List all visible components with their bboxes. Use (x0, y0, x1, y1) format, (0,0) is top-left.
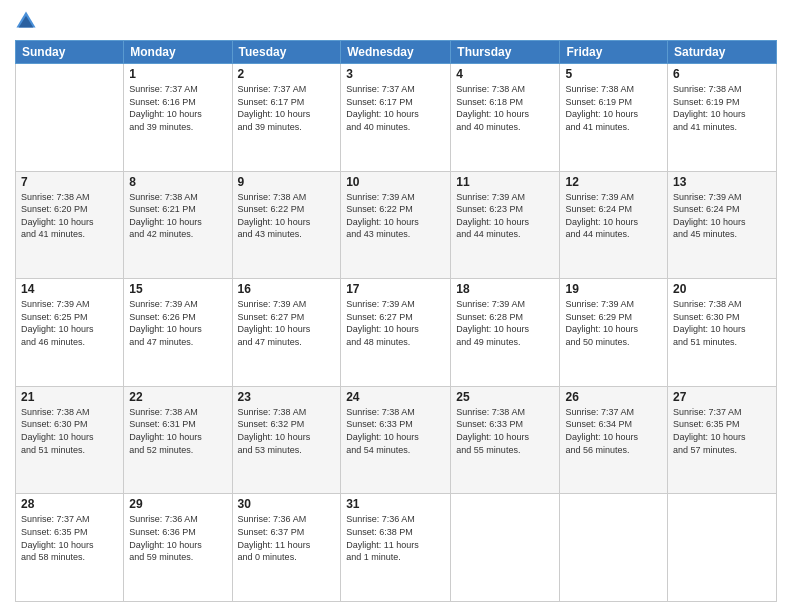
day-info: Sunrise: 7:38 AM Sunset: 6:30 PM Dayligh… (673, 298, 771, 348)
day-number: 7 (21, 175, 118, 189)
col-tuesday: Tuesday (232, 41, 341, 64)
calendar-cell: 28Sunrise: 7:37 AM Sunset: 6:35 PM Dayli… (16, 494, 124, 602)
calendar-cell: 20Sunrise: 7:38 AM Sunset: 6:30 PM Dayli… (668, 279, 777, 387)
header (15, 10, 777, 32)
day-info: Sunrise: 7:39 AM Sunset: 6:25 PM Dayligh… (21, 298, 118, 348)
calendar-cell: 16Sunrise: 7:39 AM Sunset: 6:27 PM Dayli… (232, 279, 341, 387)
col-friday: Friday (560, 41, 668, 64)
day-info: Sunrise: 7:39 AM Sunset: 6:24 PM Dayligh… (565, 191, 662, 241)
day-number: 27 (673, 390, 771, 404)
calendar-week-row: 28Sunrise: 7:37 AM Sunset: 6:35 PM Dayli… (16, 494, 777, 602)
day-number: 1 (129, 67, 226, 81)
calendar-cell: 14Sunrise: 7:39 AM Sunset: 6:25 PM Dayli… (16, 279, 124, 387)
calendar-cell: 23Sunrise: 7:38 AM Sunset: 6:32 PM Dayli… (232, 386, 341, 494)
day-number: 17 (346, 282, 445, 296)
calendar-cell: 22Sunrise: 7:38 AM Sunset: 6:31 PM Dayli… (124, 386, 232, 494)
day-number: 31 (346, 497, 445, 511)
calendar-cell: 3Sunrise: 7:37 AM Sunset: 6:17 PM Daylig… (341, 64, 451, 172)
day-info: Sunrise: 7:37 AM Sunset: 6:34 PM Dayligh… (565, 406, 662, 456)
day-info: Sunrise: 7:36 AM Sunset: 6:38 PM Dayligh… (346, 513, 445, 563)
calendar-cell: 25Sunrise: 7:38 AM Sunset: 6:33 PM Dayli… (451, 386, 560, 494)
day-info: Sunrise: 7:38 AM Sunset: 6:20 PM Dayligh… (21, 191, 118, 241)
day-info: Sunrise: 7:39 AM Sunset: 6:23 PM Dayligh… (456, 191, 554, 241)
col-monday: Monday (124, 41, 232, 64)
header-row: Sunday Monday Tuesday Wednesday Thursday… (16, 41, 777, 64)
calendar-cell: 4Sunrise: 7:38 AM Sunset: 6:18 PM Daylig… (451, 64, 560, 172)
calendar-cell: 11Sunrise: 7:39 AM Sunset: 6:23 PM Dayli… (451, 171, 560, 279)
day-number: 6 (673, 67, 771, 81)
calendar-cell: 18Sunrise: 7:39 AM Sunset: 6:28 PM Dayli… (451, 279, 560, 387)
calendar-cell: 10Sunrise: 7:39 AM Sunset: 6:22 PM Dayli… (341, 171, 451, 279)
calendar-week-row: 14Sunrise: 7:39 AM Sunset: 6:25 PM Dayli… (16, 279, 777, 387)
calendar-cell: 19Sunrise: 7:39 AM Sunset: 6:29 PM Dayli… (560, 279, 668, 387)
day-info: Sunrise: 7:38 AM Sunset: 6:22 PM Dayligh… (238, 191, 336, 241)
day-number: 25 (456, 390, 554, 404)
col-sunday: Sunday (16, 41, 124, 64)
day-number: 2 (238, 67, 336, 81)
day-number: 9 (238, 175, 336, 189)
calendar-cell: 31Sunrise: 7:36 AM Sunset: 6:38 PM Dayli… (341, 494, 451, 602)
day-info: Sunrise: 7:38 AM Sunset: 6:33 PM Dayligh… (456, 406, 554, 456)
calendar-cell: 7Sunrise: 7:38 AM Sunset: 6:20 PM Daylig… (16, 171, 124, 279)
col-saturday: Saturday (668, 41, 777, 64)
calendar-cell: 26Sunrise: 7:37 AM Sunset: 6:34 PM Dayli… (560, 386, 668, 494)
day-info: Sunrise: 7:38 AM Sunset: 6:21 PM Dayligh… (129, 191, 226, 241)
calendar-cell: 1Sunrise: 7:37 AM Sunset: 6:16 PM Daylig… (124, 64, 232, 172)
calendar-cell: 21Sunrise: 7:38 AM Sunset: 6:30 PM Dayli… (16, 386, 124, 494)
day-info: Sunrise: 7:38 AM Sunset: 6:18 PM Dayligh… (456, 83, 554, 133)
day-info: Sunrise: 7:39 AM Sunset: 6:28 PM Dayligh… (456, 298, 554, 348)
col-wednesday: Wednesday (341, 41, 451, 64)
calendar-cell: 12Sunrise: 7:39 AM Sunset: 6:24 PM Dayli… (560, 171, 668, 279)
day-number: 13 (673, 175, 771, 189)
calendar-cell: 9Sunrise: 7:38 AM Sunset: 6:22 PM Daylig… (232, 171, 341, 279)
day-number: 19 (565, 282, 662, 296)
day-info: Sunrise: 7:39 AM Sunset: 6:27 PM Dayligh… (346, 298, 445, 348)
day-number: 15 (129, 282, 226, 296)
day-info: Sunrise: 7:37 AM Sunset: 6:17 PM Dayligh… (346, 83, 445, 133)
calendar-cell (451, 494, 560, 602)
col-thursday: Thursday (451, 41, 560, 64)
day-number: 16 (238, 282, 336, 296)
day-number: 26 (565, 390, 662, 404)
calendar-table: Sunday Monday Tuesday Wednesday Thursday… (15, 40, 777, 602)
calendar-cell (16, 64, 124, 172)
day-number: 14 (21, 282, 118, 296)
logo-icon (15, 10, 37, 32)
day-info: Sunrise: 7:37 AM Sunset: 6:17 PM Dayligh… (238, 83, 336, 133)
calendar-cell: 13Sunrise: 7:39 AM Sunset: 6:24 PM Dayli… (668, 171, 777, 279)
day-info: Sunrise: 7:38 AM Sunset: 6:33 PM Dayligh… (346, 406, 445, 456)
calendar-cell: 2Sunrise: 7:37 AM Sunset: 6:17 PM Daylig… (232, 64, 341, 172)
logo (15, 10, 41, 32)
day-info: Sunrise: 7:39 AM Sunset: 6:26 PM Dayligh… (129, 298, 226, 348)
calendar-week-row: 1Sunrise: 7:37 AM Sunset: 6:16 PM Daylig… (16, 64, 777, 172)
day-number: 22 (129, 390, 226, 404)
calendar-cell: 24Sunrise: 7:38 AM Sunset: 6:33 PM Dayli… (341, 386, 451, 494)
calendar-cell: 5Sunrise: 7:38 AM Sunset: 6:19 PM Daylig… (560, 64, 668, 172)
calendar-cell: 29Sunrise: 7:36 AM Sunset: 6:36 PM Dayli… (124, 494, 232, 602)
day-number: 12 (565, 175, 662, 189)
day-number: 11 (456, 175, 554, 189)
day-info: Sunrise: 7:38 AM Sunset: 6:31 PM Dayligh… (129, 406, 226, 456)
day-number: 10 (346, 175, 445, 189)
calendar-page: Sunday Monday Tuesday Wednesday Thursday… (0, 0, 792, 612)
day-number: 29 (129, 497, 226, 511)
day-number: 21 (21, 390, 118, 404)
calendar-cell: 17Sunrise: 7:39 AM Sunset: 6:27 PM Dayli… (341, 279, 451, 387)
calendar-cell: 6Sunrise: 7:38 AM Sunset: 6:19 PM Daylig… (668, 64, 777, 172)
calendar-cell: 15Sunrise: 7:39 AM Sunset: 6:26 PM Dayli… (124, 279, 232, 387)
day-info: Sunrise: 7:38 AM Sunset: 6:19 PM Dayligh… (565, 83, 662, 133)
day-info: Sunrise: 7:39 AM Sunset: 6:29 PM Dayligh… (565, 298, 662, 348)
calendar-week-row: 21Sunrise: 7:38 AM Sunset: 6:30 PM Dayli… (16, 386, 777, 494)
day-number: 5 (565, 67, 662, 81)
day-info: Sunrise: 7:38 AM Sunset: 6:32 PM Dayligh… (238, 406, 336, 456)
day-info: Sunrise: 7:37 AM Sunset: 6:16 PM Dayligh… (129, 83, 226, 133)
day-info: Sunrise: 7:38 AM Sunset: 6:30 PM Dayligh… (21, 406, 118, 456)
day-info: Sunrise: 7:39 AM Sunset: 6:22 PM Dayligh… (346, 191, 445, 241)
day-number: 30 (238, 497, 336, 511)
day-number: 8 (129, 175, 226, 189)
day-info: Sunrise: 7:37 AM Sunset: 6:35 PM Dayligh… (21, 513, 118, 563)
day-number: 24 (346, 390, 445, 404)
day-number: 23 (238, 390, 336, 404)
calendar-cell (668, 494, 777, 602)
day-info: Sunrise: 7:37 AM Sunset: 6:35 PM Dayligh… (673, 406, 771, 456)
